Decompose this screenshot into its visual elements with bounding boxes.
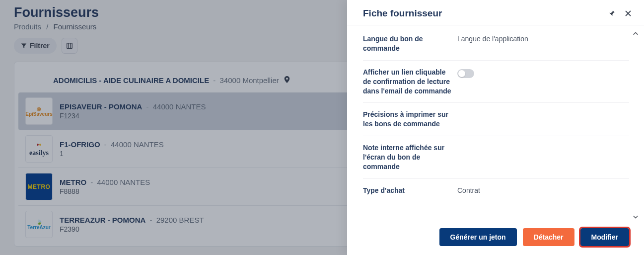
field-label: Précisions à imprimer sur les bons de co…	[363, 110, 452, 129]
list-header-name: ADOMICILIS - AIDE CULINAIRE A DOMICILE	[53, 76, 209, 85]
detach-button[interactable]: Détacher	[523, 228, 574, 246]
supplier-code: F1234	[60, 112, 206, 120]
supplier-city: 44000 NANTES	[153, 102, 206, 111]
supplier-name: TERREAZUR - POMONA	[60, 216, 145, 224]
field-order-language: Langue du bon de commande Langue de l'ap…	[363, 27, 629, 61]
supplier-name: METRO	[60, 178, 86, 186]
field-value	[457, 143, 629, 144]
supplier-info: METRO - 44000 NANTES F8888	[60, 178, 150, 195]
panel-header: Fiche fournisseur	[347, 0, 644, 25]
list-header-city: 34000 Montpellier	[220, 76, 279, 85]
chevron-down-icon[interactable]	[632, 213, 639, 220]
supplier-logo: ◎EpiSaveurs	[25, 97, 53, 125]
panel-title: Fiche fournisseur	[363, 8, 442, 19]
supplier-name: EPISAVEUR - POMONA	[60, 102, 142, 111]
field-label: Type d'achat	[363, 186, 452, 195]
field-value: Contrat	[457, 186, 629, 194]
pin-icon[interactable]	[607, 9, 615, 17]
filter-label: Filtrer	[30, 42, 50, 50]
modify-button[interactable]: Modifier	[580, 228, 629, 246]
panel-footer: Générer un jeton Détacher Modifier	[347, 222, 644, 255]
field-label: Langue du bon de commande	[363, 34, 452, 53]
field-value: Langue de l'application	[457, 34, 629, 43]
supplier-logo: ••easilys	[25, 135, 53, 163]
toggle-switch[interactable]	[457, 69, 474, 78]
field-purchase-type: Type d'achat Contrat	[363, 179, 629, 202]
supplier-code: F2390	[60, 225, 204, 233]
field-label: Afficher un lien cliquable de confirmati…	[363, 68, 452, 96]
supplier-info: F1-OFRIGO - 44000 NANTES 1	[60, 140, 164, 158]
field-clickable-link: Afficher un lien cliquable de confirmati…	[363, 61, 629, 103]
supplier-info: TERREAZUR - POMONA - 29200 BREST F2390	[60, 216, 204, 233]
supplier-logo: 🍃TerreAzur	[25, 211, 53, 238]
supplier-code: F8888	[60, 187, 150, 195]
dash: -	[213, 76, 215, 85]
generate-token-button[interactable]: Générer un jeton	[439, 228, 517, 246]
svg-rect-0	[67, 43, 72, 49]
field-value	[457, 68, 629, 80]
panel-header-actions	[607, 9, 632, 17]
supplier-code: 1	[60, 150, 164, 158]
field-label: Note interne affichée sur l'écran du bon…	[363, 143, 452, 171]
close-icon[interactable]	[624, 9, 632, 17]
breadcrumb-sep: /	[46, 22, 48, 31]
supplier-info: EPISAVEUR - POMONA - 44000 NANTES F1234	[60, 102, 206, 120]
supplier-city: 44000 NANTES	[111, 140, 164, 149]
supplier-city: 29200 BREST	[156, 216, 204, 224]
columns-icon	[66, 42, 73, 49]
panel-body[interactable]: Langue du bon de commande Langue de l'ap…	[347, 25, 644, 222]
breadcrumb-parent[interactable]: Produits	[14, 22, 41, 31]
filter-button[interactable]: Filtrer	[14, 38, 57, 54]
breadcrumb-current: Fournisseurs	[54, 22, 97, 31]
columns-button[interactable]	[62, 38, 77, 54]
supplier-name: F1-OFRIGO	[60, 140, 100, 149]
supplier-city: 44000 NANTES	[97, 178, 150, 186]
field-internal-note: Note interne affichée sur l'écran du bon…	[363, 136, 629, 179]
filter-icon	[21, 43, 27, 49]
supplier-logo: METRO	[25, 173, 53, 200]
supplier-panel: Fiche fournisseur Langue du bon de comma…	[347, 0, 644, 255]
chevron-up-icon[interactable]	[632, 30, 639, 37]
field-print-precisions: Précisions à imprimer sur les bons de co…	[363, 103, 629, 136]
field-value	[457, 110, 629, 110]
location-icon	[284, 76, 290, 83]
